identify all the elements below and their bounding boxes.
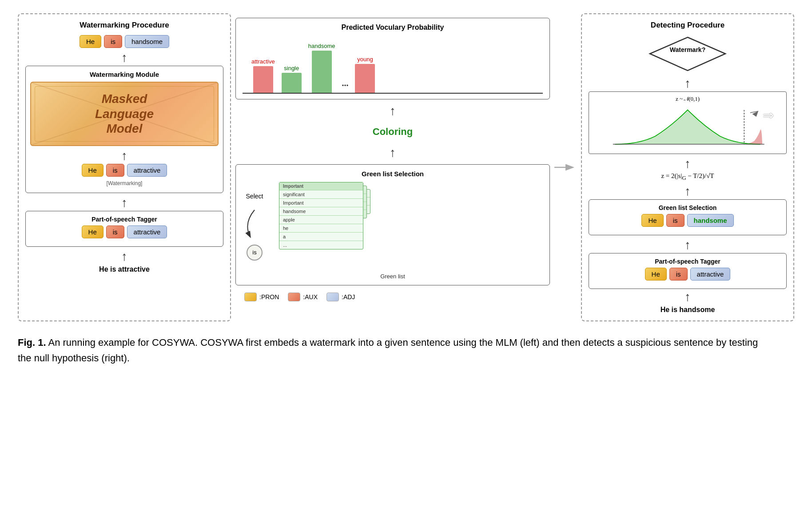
legend-adj-label: :ADJ bbox=[342, 293, 355, 301]
output-tokens: He is handsome bbox=[25, 35, 223, 48]
watermarking-title: Watermarking Procedure bbox=[25, 21, 223, 30]
label-young: young bbox=[357, 56, 373, 63]
right-gl-title: Green list Selection bbox=[593, 204, 782, 211]
gl-header: Important bbox=[279, 182, 363, 190]
pos-tokens: He is attractive bbox=[30, 225, 219, 238]
bar-handsome-bar bbox=[312, 51, 332, 93]
legend-adj: :ADJ bbox=[326, 293, 355, 301]
dist-chart-icon bbox=[593, 104, 783, 148]
caption-text: An running example for COSYWA. COSYWA fi… bbox=[18, 337, 758, 364]
wm-input-tokens: He is attractive bbox=[30, 164, 219, 177]
token-handsome-out: handsome bbox=[125, 35, 169, 48]
gl-table-front: Important significant Important handsome… bbox=[279, 182, 363, 249]
arrow-up-r2: ↑ bbox=[589, 158, 787, 170]
middle-panel: Predicted Voculary Probability attractiv… bbox=[235, 13, 550, 321]
legend-aux-box bbox=[288, 293, 300, 301]
gl-row-a: a bbox=[279, 233, 363, 241]
svg-text:Watermark?: Watermark? bbox=[670, 46, 705, 53]
arrow-up-2: ↑ bbox=[30, 150, 219, 162]
gl-row-he: he bbox=[279, 224, 363, 233]
bar-young-bar bbox=[355, 64, 375, 93]
legend-aux-label: :AUX bbox=[303, 293, 318, 301]
coloring-label: Coloring bbox=[235, 123, 550, 141]
arrow-up-r4: ↑ bbox=[589, 239, 787, 251]
label-single: single bbox=[284, 65, 299, 71]
token-attractive-pos: attractive bbox=[127, 225, 167, 238]
legend-pron: :PRON bbox=[244, 293, 279, 301]
right-gl-box: Green list Selection He is handsome bbox=[589, 199, 787, 235]
watermarking-panel: Watermarking Procedure He is handsome ↑ … bbox=[18, 13, 231, 321]
legend-pron-label: :PRON bbox=[259, 293, 279, 301]
bar-young: young bbox=[355, 56, 375, 93]
label-attractive-top: attractive bbox=[251, 58, 275, 65]
bar-handsome: handsome bbox=[308, 43, 335, 93]
is-circle: is bbox=[247, 245, 263, 261]
gl-row-dots: ... bbox=[279, 241, 363, 249]
arrow-up-r5: ↑ bbox=[589, 291, 787, 303]
right-pos-title: Part-of-speech Tagger bbox=[593, 258, 782, 265]
detecting-title: Detecting Procedure bbox=[589, 21, 787, 30]
bar-chart: attractive single handsome ... young bbox=[243, 36, 543, 94]
z-formula: z = 2(|s|G − T/2)/√T bbox=[589, 172, 787, 182]
svg-marker-3 bbox=[650, 37, 725, 71]
token-he-out: He bbox=[80, 35, 101, 48]
pos-title: Part-of-speech Tagger bbox=[30, 216, 219, 223]
arrow-up-3: ↑ bbox=[25, 197, 223, 209]
input-sentence: He is attractive bbox=[25, 265, 223, 273]
arrow-up-mid2: ↑ bbox=[235, 146, 550, 159]
fig-label: Fig. 1. bbox=[18, 337, 46, 348]
bar-single-bar bbox=[282, 73, 302, 93]
right-gl-tokens: He is handsome bbox=[593, 214, 782, 227]
greenlist-bottom-label: Green list bbox=[241, 273, 544, 280]
right-panel-arrow bbox=[554, 13, 577, 321]
arrow-up-r1: ↑ bbox=[589, 77, 787, 90]
mlm-text: MaskedLanguageModel bbox=[95, 91, 154, 136]
token-he-rgl: He bbox=[641, 214, 663, 227]
token-attractive-wm: attractive bbox=[127, 164, 167, 177]
right-pos-tokens: He is attractive bbox=[593, 268, 782, 281]
detecting-panel: Detecting Procedure Watermark? ↑ z ~ 𝒩(0… bbox=[581, 13, 794, 321]
greenlist-title: Green list Selection bbox=[241, 170, 544, 178]
dist-arrow-icon: ⇒ bbox=[763, 107, 774, 123]
bar-attractive-bar bbox=[253, 66, 273, 93]
z-dist-label: z ~ 𝒩(0,1) bbox=[593, 95, 783, 103]
greenlist-content: Select is bbox=[241, 182, 544, 271]
arrow-up-mid: ↑ bbox=[235, 105, 550, 117]
dist-chart-container: ⇒ bbox=[593, 104, 783, 150]
legend: :PRON :AUX :ADJ bbox=[235, 289, 550, 305]
wm-module-title: Watermarking Module bbox=[30, 71, 219, 78]
token-is-pos: is bbox=[106, 225, 124, 238]
normal-dist-box: z ~ 𝒩(0,1) bbox=[589, 91, 787, 154]
token-handsome-rgl: handsome bbox=[687, 214, 734, 227]
figure-caption: Fig. 1. An running example for COSYWA. C… bbox=[18, 335, 773, 366]
select-arrow-icon bbox=[241, 206, 268, 241]
legend-adj-box bbox=[326, 293, 339, 301]
vocab-title: Predicted Voculary Probability bbox=[243, 24, 543, 32]
right-pos-box: Part-of-speech Tagger He is attractive bbox=[589, 253, 787, 289]
watermark-decision: Watermark? bbox=[589, 35, 787, 73]
pos-tagger-box: Part-of-speech Tagger He is attractive bbox=[25, 211, 223, 247]
gl-row-important: Important bbox=[279, 199, 363, 207]
greenlist-box: Green list Selection Select is bbox=[235, 164, 550, 285]
watermarking-label: [Watermarking] bbox=[30, 180, 219, 186]
token-he-pos: He bbox=[82, 225, 103, 238]
vocab-box: Predicted Voculary Probability attractiv… bbox=[235, 18, 550, 99]
arrow-up-1: ↑ bbox=[25, 51, 223, 64]
token-he-wm: He bbox=[82, 164, 103, 177]
label-handsome: handsome bbox=[308, 43, 335, 49]
mlm-box: MaskedLanguageModel bbox=[30, 82, 219, 146]
wm-module-box: Watermarking Module MaskedLanguageModel … bbox=[25, 66, 223, 193]
arrow-up-4: ↑ bbox=[25, 250, 223, 263]
bar-dots: ... bbox=[342, 78, 348, 93]
arrow-up-r3: ↑ bbox=[589, 185, 787, 198]
gl-row-significant: significant bbox=[279, 190, 363, 199]
select-label: Select bbox=[246, 193, 263, 200]
watermark-diamond-icon: Watermark? bbox=[648, 35, 728, 73]
gl-row-apple: apple bbox=[279, 216, 363, 224]
token-he-rpos: He bbox=[645, 268, 667, 281]
token-is-out: is bbox=[104, 35, 122, 48]
token-is-wm: is bbox=[106, 164, 124, 177]
bar-attractive: attractive bbox=[251, 58, 275, 93]
bar-single: single bbox=[282, 65, 302, 93]
right-arrow-icon bbox=[554, 158, 577, 176]
